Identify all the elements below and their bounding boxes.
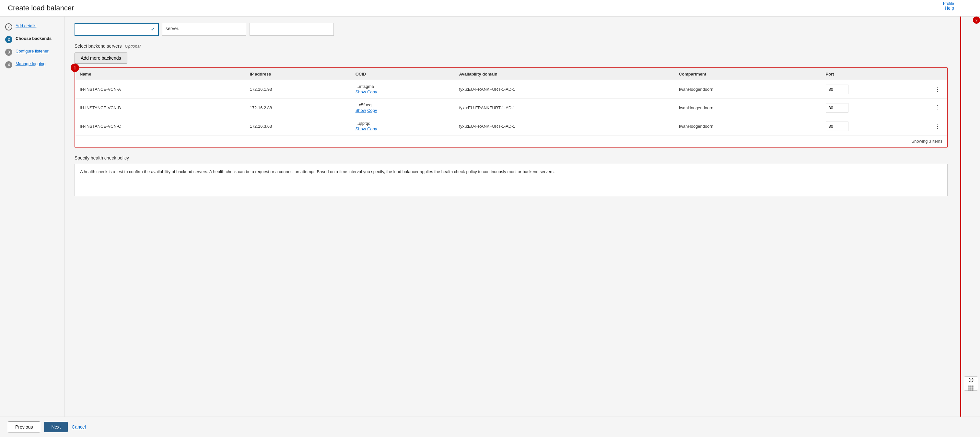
row-avail-0: fyxu:EU-FRANKFURT-1-AD-1	[455, 80, 675, 99]
red-line	[960, 16, 961, 416]
server-input[interactable]: server.	[162, 23, 246, 36]
row-ocid-1: ...x5fueq Show Copy	[351, 99, 455, 117]
health-label: Specify health check policy	[75, 155, 948, 161]
cancel-button[interactable]: Cancel	[72, 424, 86, 429]
content-area: ✓ server. Select backend servers Optiona…	[65, 16, 961, 416]
step-2-circle: 2	[5, 36, 12, 43]
step-4-label[interactable]: Manage logging	[16, 61, 46, 67]
main-content: ✓ Add details 2 Choose backends 3 Config…	[0, 16, 980, 416]
add-backends-button[interactable]: Add more backends	[75, 53, 127, 64]
previous-button[interactable]: Previous	[8, 421, 40, 432]
col-ocid: OCID	[351, 69, 455, 80]
table-row: IH-INSTANCE-VCN-B 172.16.2.88 ...x5fueq …	[75, 99, 947, 117]
help-link[interactable]: Help	[945, 5, 954, 11]
backends-table-wrapper: 1 Name IP address OCID Availability doma…	[75, 67, 948, 147]
health-description: A health check is a test to confirm the …	[75, 164, 948, 196]
row-name-0: IH-INSTANCE-VCN-A	[75, 80, 245, 99]
sidebar-item-configure-listener[interactable]: 3 Configure listener	[5, 48, 59, 56]
row-name-2: IH-INSTANCE-VCN-C	[75, 117, 245, 136]
copy-link-2[interactable]: Copy	[367, 126, 377, 131]
bottom-bar: Previous Next Cancel	[0, 416, 980, 437]
top-bar: Create load balancer Profile Help	[0, 0, 980, 16]
show-link-0[interactable]: Show	[355, 89, 366, 94]
lifesaver-button[interactable]: ⊕	[964, 376, 978, 391]
row-port-2	[821, 117, 928, 136]
table-red-badge: 1	[71, 64, 79, 72]
row-avail-2: fyxu:EU-FRANKFURT-1-AD-1	[455, 117, 675, 136]
step-1-label[interactable]: Add details	[16, 23, 36, 29]
row-ocid-0: ...mtsgma Show Copy	[351, 80, 455, 99]
port-input-0[interactable]	[826, 85, 848, 94]
profile-link[interactable]: Profile	[943, 1, 954, 6]
highlighted-input[interactable]: ✓	[75, 23, 159, 36]
show-link-1[interactable]: Show	[355, 108, 366, 113]
step-3-label[interactable]: Configure listener	[16, 48, 49, 54]
sidebar: ✓ Add details 2 Choose backends 3 Config…	[0, 16, 65, 416]
step-4-circle: 4	[5, 61, 12, 69]
row-compartment-2: IwanHoogendoorn	[675, 117, 821, 136]
row-compartment-0: IwanHoogendoorn	[675, 80, 821, 99]
lifesaver-icon: ⊕	[968, 376, 974, 384]
row-ip-1: 172.16.2.88	[245, 99, 351, 117]
table-row: IH-INSTANCE-VCN-A 172.16.1.93 ...mtsgma …	[75, 80, 947, 99]
row-ip-2: 172.16.3.63	[245, 117, 351, 136]
col-actions	[928, 69, 947, 80]
row-compartment-1: IwanHoogendoorn	[675, 99, 821, 117]
port-input-2[interactable]	[826, 121, 848, 131]
col-ip: IP address	[245, 69, 351, 80]
row-kebab-0[interactable]: ⋮	[933, 85, 942, 93]
table-header-row: Name IP address OCID Availability domain…	[75, 69, 947, 80]
server-input-text: server.	[165, 26, 179, 31]
row-avail-1: fyxu:EU-FRANKFURT-1-AD-1	[455, 99, 675, 117]
health-section: Specify health check policy A health che…	[75, 155, 948, 196]
backends-table: Name IP address OCID Availability domain…	[75, 68, 947, 135]
copy-link-1[interactable]: Copy	[367, 108, 377, 113]
extra-input[interactable]	[250, 23, 334, 36]
step-1-circle: ✓	[5, 23, 12, 30]
row-port-0	[821, 80, 928, 99]
row-actions-1: ⋮	[928, 99, 947, 117]
dots-grid	[968, 385, 974, 391]
row-kebab-2[interactable]: ⋮	[933, 122, 942, 130]
top-row-inputs: ✓ server.	[75, 23, 948, 36]
rail-badge: 2	[973, 16, 980, 24]
sidebar-item-manage-logging[interactable]: 4 Manage logging	[5, 61, 59, 69]
row-kebab-1[interactable]: ⋮	[933, 104, 942, 112]
next-button[interactable]: Next	[44, 422, 68, 432]
backend-section-label: Select backend servers Optional	[75, 43, 948, 49]
table-footer: Showing 3 items	[75, 135, 947, 147]
col-availability: Availability domain	[455, 69, 675, 80]
col-name: Name	[75, 69, 245, 80]
table-row: IH-INSTANCE-VCN-C 172.16.3.63 ...qlpfqq …	[75, 117, 947, 136]
row-actions-0: ⋮	[928, 80, 947, 99]
col-compartment: Compartment	[675, 69, 821, 80]
right-rail: 2 ⊕	[961, 16, 980, 416]
row-name-1: IH-INSTANCE-VCN-B	[75, 99, 245, 117]
sidebar-item-add-details[interactable]: ✓ Add details	[5, 23, 59, 30]
step-3-circle: 3	[5, 49, 12, 56]
show-link-2[interactable]: Show	[355, 126, 366, 131]
row-port-1	[821, 99, 928, 117]
page-title: Create load balancer	[8, 4, 74, 12]
row-ocid-2: ...qlpfqq Show Copy	[351, 117, 455, 136]
row-ip-0: 172.16.1.93	[245, 80, 351, 99]
step-2-label: Choose backends	[16, 36, 51, 41]
row-actions-2: ⋮	[928, 117, 947, 136]
sidebar-item-choose-backends: 2 Choose backends	[5, 36, 59, 43]
port-input-1[interactable]	[826, 103, 848, 113]
copy-link-0[interactable]: Copy	[367, 89, 377, 94]
col-port: Port	[821, 69, 928, 80]
